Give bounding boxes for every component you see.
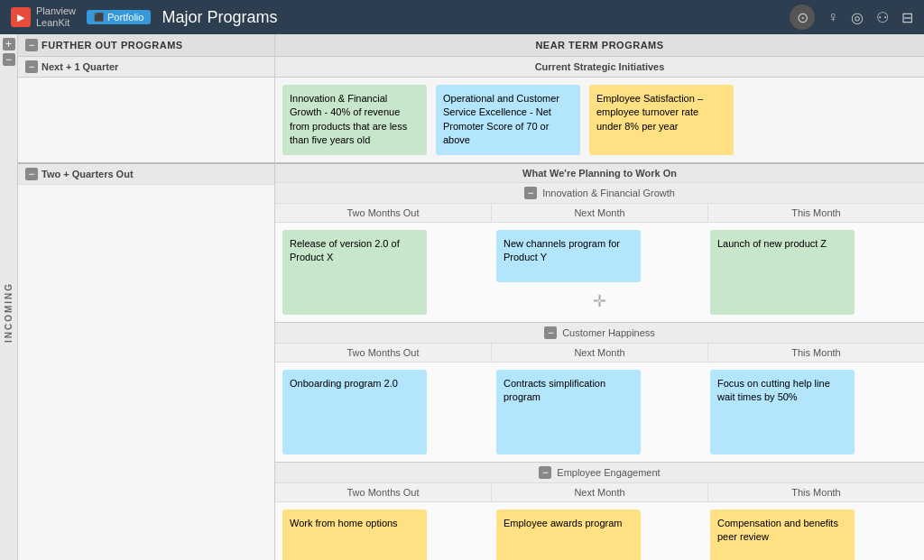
content-area: − FURTHER OUT PROGRAMS NEAR TERM PROGRAM…	[18, 34, 924, 560]
group-innovation-collapse[interactable]: −	[524, 187, 537, 199]
users-icon[interactable]: ⚇	[876, 9, 889, 26]
employee-col0: Work from home options	[282, 510, 489, 560]
add-row-button[interactable]: +	[3, 38, 15, 50]
card-innovation[interactable]: Innovation & Financial Growth - 40% of r…	[282, 85, 427, 155]
further-out-header: FURTHER OUT PROGRAMS	[42, 40, 183, 50]
section-header-row: − FURTHER OUT PROGRAMS NEAR TERM PROGRAM…	[18, 34, 924, 57]
card-employee-awards[interactable]: Employee awards program	[496, 510, 641, 560]
innovation-col0: Release of version 2.0 of Product X	[282, 230, 489, 315]
group-employee-cards: Work from home options Employee awards p…	[275, 502, 924, 560]
innovation-col2: Launch of new product Z	[710, 230, 917, 315]
two-quarters-collapse[interactable]: −	[25, 168, 38, 180]
camera-icon[interactable]: ⊙	[790, 5, 815, 30]
two-quarters-section: − Two + Quarters Out What We're Planning…	[18, 164, 924, 560]
two-quarters-label: Two + Quarters Out	[42, 169, 134, 179]
group-customer: − Customer Happiness Two Months Out Next…	[275, 323, 924, 463]
group-innovation-header: − Innovation & Financial Growth	[275, 183, 924, 204]
group-employee-collapse[interactable]: −	[539, 466, 551, 479]
planning-label: What We're Planning to Work On	[522, 168, 677, 179]
page-title: Major Programs	[162, 8, 779, 27]
group-customer-collapse[interactable]: −	[544, 326, 557, 339]
customer-col2: Focus on cutting help line wait times by…	[710, 370, 917, 454]
next-quarter-row: − Next + 1 Quarter Current Strategic Ini…	[18, 57, 924, 78]
card-product-x[interactable]: Release of version 2.0 of Product X	[282, 230, 427, 315]
groups-panel: What We're Planning to Work On − Innovat…	[275, 164, 924, 560]
logo-text: Planview LeanKit	[36, 5, 76, 29]
logo-icon: ▶	[11, 7, 31, 27]
group-innovation: − Innovation & Financial Growth Two Mont…	[275, 183, 924, 323]
main-content: + − INCOMING − FURTHER OUT PROGRAMS NEAR…	[0, 34, 924, 560]
card-contracts[interactable]: Contracts simplification program	[496, 370, 641, 454]
card-operational[interactable]: Operational and Customer Service Excelle…	[436, 85, 580, 155]
portfolio-badge[interactable]: Portfolio	[87, 10, 151, 24]
group-employee: − Employee Engagement Two Months Out Nex…	[275, 463, 924, 560]
collapse-button[interactable]: −	[3, 53, 15, 66]
logo-area: ▶ Planview LeanKit	[11, 5, 76, 29]
employee-col1: Employee awards program	[496, 510, 703, 560]
left-controls: + − INCOMING	[0, 34, 18, 560]
incoming-cards-row: Innovation & Financial Growth - 40% of r…	[18, 78, 924, 164]
card-product-z[interactable]: Launch of new product Z	[710, 230, 855, 315]
card-compensation[interactable]: Compensation and benefits peer review	[710, 510, 855, 560]
filter-icon[interactable]: ⊟	[901, 9, 913, 26]
group-innovation-col-headers: Two Months Out Next Month This Month	[275, 204, 924, 223]
card-channels-program[interactable]: New channels program for Product Y	[496, 230, 641, 282]
current-strategic-label: Current Strategic Initiatives	[535, 61, 665, 72]
customer-col0: Onboarding program 2.0	[282, 370, 489, 454]
group-innovation-cards: Release of version 2.0 of Product X New …	[275, 223, 924, 322]
incoming-label: INCOMING	[4, 282, 14, 343]
card-employee-satisfaction[interactable]: Employee Satisfaction – employee turnove…	[589, 85, 734, 155]
crosshair-icon: ✛	[496, 288, 703, 315]
group-customer-cards: Onboarding program 2.0 Contracts simplif…	[275, 363, 924, 462]
further-out-collapse[interactable]: −	[25, 39, 38, 51]
next-quarter-label: Next + 1 Quarter	[42, 61, 118, 72]
innovation-col1: New channels program for Product Y ✛	[496, 230, 703, 315]
card-work-home[interactable]: Work from home options	[282, 510, 427, 560]
card-onboarding[interactable]: Onboarding program 2.0	[282, 370, 427, 454]
employee-col2: Compensation and benefits peer review	[710, 510, 917, 560]
circle-icon[interactable]: ◎	[851, 9, 864, 26]
header-icons: ⊙ ♀ ◎ ⚇ ⊟	[790, 5, 913, 30]
group-employee-header: − Employee Engagement	[275, 463, 924, 483]
card-helpline[interactable]: Focus on cutting help line wait times by…	[710, 370, 855, 454]
group-customer-col-headers: Two Months Out Next Month This Month	[275, 344, 924, 363]
app-header: ▶ Planview LeanKit Portfolio Major Progr…	[0, 0, 924, 34]
person-icon[interactable]: ♀	[827, 9, 838, 25]
group-customer-header: − Customer Happiness	[275, 323, 924, 344]
group-employee-col-headers: Two Months Out Next Month This Month	[275, 483, 924, 502]
customer-col1: Contracts simplification program	[496, 370, 703, 454]
near-term-header: NEAR TERM PROGRAMS	[535, 40, 663, 50]
next-quarter-collapse[interactable]: −	[25, 60, 38, 73]
